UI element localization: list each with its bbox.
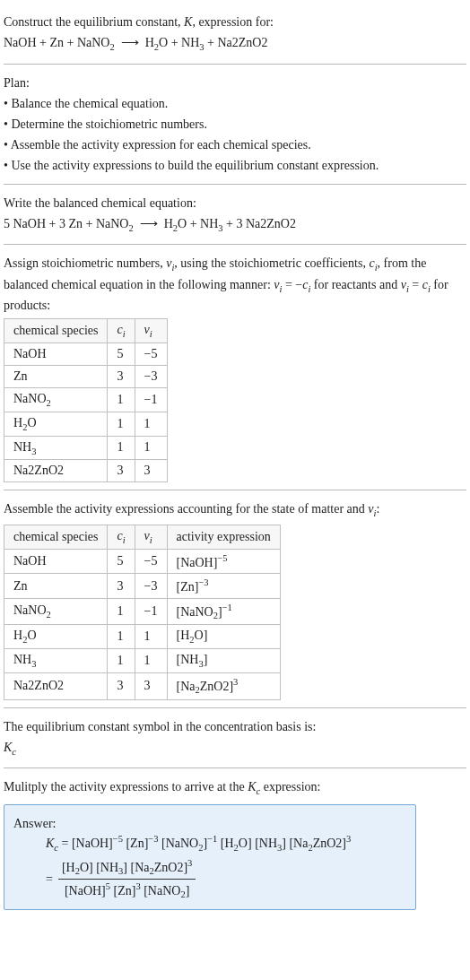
cell-activity: [NaNO2]−1	[167, 599, 280, 625]
intro-equation: NaOH + Zn + NaNO2 ⟶ H2O + NH3 + Na2ZnO2	[4, 33, 466, 55]
cell-vi: 3	[135, 673, 167, 699]
assemble-section: Assemble the activity expressions accoun…	[4, 492, 466, 705]
cell-ci: 3	[108, 460, 135, 482]
answer-expression: Kc = [NaOH]−5 [Zn]−3 [NaNO2]−1 [H2O] [NH…	[13, 835, 406, 903]
fraction: [H2O] [NH3] [Na2ZnO2]3 [NaOH]5 [Zn]3 [Na…	[58, 856, 196, 902]
cell-vi: 1	[135, 625, 167, 649]
cell-vi: 1	[135, 649, 167, 673]
document-root: Construct the equilibrium constant, K, e…	[0, 0, 470, 924]
cell-vi: 1	[135, 436, 167, 460]
cell-ci: 5	[108, 549, 135, 574]
activity-table: chemical species ci νi activity expressi…	[4, 525, 281, 700]
assign-text: Assign stoichiometric numbers, νi, using…	[4, 254, 466, 315]
table-row: Zn 3 −3 [Zn]−3	[4, 574, 281, 599]
col-ci: ci	[108, 319, 135, 343]
table-row: Na2ZnO2 3 3	[4, 460, 168, 482]
plan-section: Plan: • Balance the chemical equation. •…	[4, 66, 466, 182]
cell-ci: 1	[108, 436, 135, 460]
divider	[4, 184, 466, 185]
cell-ci: 1	[108, 625, 135, 649]
table-row: Zn 3 −3	[4, 365, 168, 387]
cell-vi: −5	[135, 343, 167, 365]
cell-species: H2O	[4, 412, 108, 436]
col-vi: νi	[135, 525, 167, 549]
cell-vi: −3	[135, 365, 167, 387]
cell-vi: −3	[135, 574, 167, 599]
balanced-equation: 5 NaOH + 3 Zn + NaNO2 ⟶ H2O + NH3 + 3 Na…	[4, 214, 466, 236]
cell-activity: [NaOH]−5	[167, 549, 280, 574]
cell-species: NH3	[4, 649, 108, 673]
cell-vi: 3	[135, 460, 167, 482]
fraction-denominator: [NaOH]5 [Zn]3 [NaNO2]	[58, 880, 196, 902]
symbol-kc: Kc	[4, 738, 466, 759]
cell-vi: −1	[135, 387, 167, 412]
cell-species: NaNO2	[4, 387, 108, 412]
divider	[4, 244, 466, 245]
kc-product-line: Kc = [NaOH]−5 [Zn]−3 [NaNO2]−1 [H2O] [NH…	[46, 837, 351, 850]
table-row: NH3 1 1 [NH3]	[4, 649, 281, 673]
divider	[4, 768, 466, 768]
cell-ci: 1	[108, 599, 135, 625]
plan-item: • Balance the chemical equation.	[4, 94, 466, 113]
cell-ci: 1	[108, 649, 135, 673]
divider	[4, 707, 466, 708]
plan-item: • Determine the stoichiometric numbers.	[4, 115, 466, 134]
cell-species: Zn	[4, 365, 108, 387]
stoichiometry-table: chemical species ci νi NaOH 5 −5 Zn 3 −3…	[4, 318, 168, 482]
col-activity: activity expression	[167, 525, 280, 549]
table-row: Na2ZnO2 3 3 [Na2ZnO2]3	[4, 673, 281, 699]
balanced-section: Write the balanced chemical equation: 5 …	[4, 186, 466, 243]
cell-activity: [NH3]	[167, 649, 280, 673]
symbol-text: The equilibrium constant symbol in the c…	[4, 717, 466, 736]
cell-activity: [H2O]	[167, 625, 280, 649]
col-ci: ci	[108, 525, 135, 549]
table-row: NaOH 5 −5 [NaOH]−5	[4, 549, 281, 574]
intro-section: Construct the equilibrium constant, K, e…	[4, 5, 466, 62]
multiply-text: Mulitply the activity expressions to arr…	[4, 777, 466, 799]
col-species: chemical species	[4, 525, 108, 549]
table-row: H2O 1 1	[4, 412, 168, 436]
cell-activity: [Zn]−3	[167, 574, 280, 599]
table-row: H2O 1 1 [H2O]	[4, 625, 281, 649]
balanced-heading: Write the balanced chemical equation:	[4, 194, 466, 212]
table-row: NaNO2 1 −1	[4, 387, 168, 412]
cell-ci: 3	[108, 365, 135, 387]
cell-ci: 1	[108, 412, 135, 436]
table-row: NaNO2 1 −1 [NaNO2]−1	[4, 599, 281, 625]
cell-species: NaOH	[4, 549, 108, 574]
table-header-row: chemical species ci νi	[4, 319, 168, 343]
cell-species: Na2ZnO2	[4, 673, 108, 699]
table-row: NH3 1 1	[4, 436, 168, 460]
divider	[4, 64, 466, 65]
col-species: chemical species	[4, 319, 108, 343]
assemble-text: Assemble the activity expressions accoun…	[4, 499, 466, 521]
cell-species: Zn	[4, 574, 108, 599]
cell-ci: 1	[108, 387, 135, 412]
cell-species: NH3	[4, 436, 108, 460]
plan-item: • Assemble the activity expression for e…	[4, 135, 466, 154]
equals-sign: =	[46, 872, 53, 887]
multiply-section: Mulitply the activity expressions to arr…	[4, 770, 466, 915]
cell-species: H2O	[4, 625, 108, 649]
cell-species: Na2ZnO2	[4, 460, 108, 482]
plan-heading: Plan:	[4, 74, 466, 92]
answer-label: Answer:	[13, 814, 406, 833]
table-header-row: chemical species ci νi activity expressi…	[4, 525, 281, 549]
answer-box: Answer: Kc = [NaOH]−5 [Zn]−3 [NaNO2]−1 […	[4, 804, 416, 911]
cell-ci: 5	[108, 343, 135, 365]
symbol-section: The equilibrium constant symbol in the c…	[4, 710, 466, 767]
cell-vi: 1	[135, 412, 167, 436]
fraction-numerator: [H2O] [NH3] [Na2ZnO2]3	[58, 856, 196, 880]
cell-species: NaOH	[4, 343, 108, 365]
intro-heading: Construct the equilibrium constant, K, e…	[4, 13, 466, 31]
cell-species: NaNO2	[4, 599, 108, 625]
cell-vi: −5	[135, 549, 167, 574]
divider	[4, 490, 466, 490]
cell-activity: [Na2ZnO2]3	[167, 673, 280, 699]
plan-item: • Use the activity expressions to build …	[4, 156, 466, 175]
col-vi: νi	[135, 319, 167, 343]
assign-section: Assign stoichiometric numbers, νi, using…	[4, 247, 466, 488]
cell-ci: 3	[108, 673, 135, 699]
kc-fraction-line: = [H2O] [NH3] [Na2ZnO2]3 [NaOH]5 [Zn]3 […	[46, 856, 196, 902]
cell-ci: 3	[108, 574, 135, 599]
